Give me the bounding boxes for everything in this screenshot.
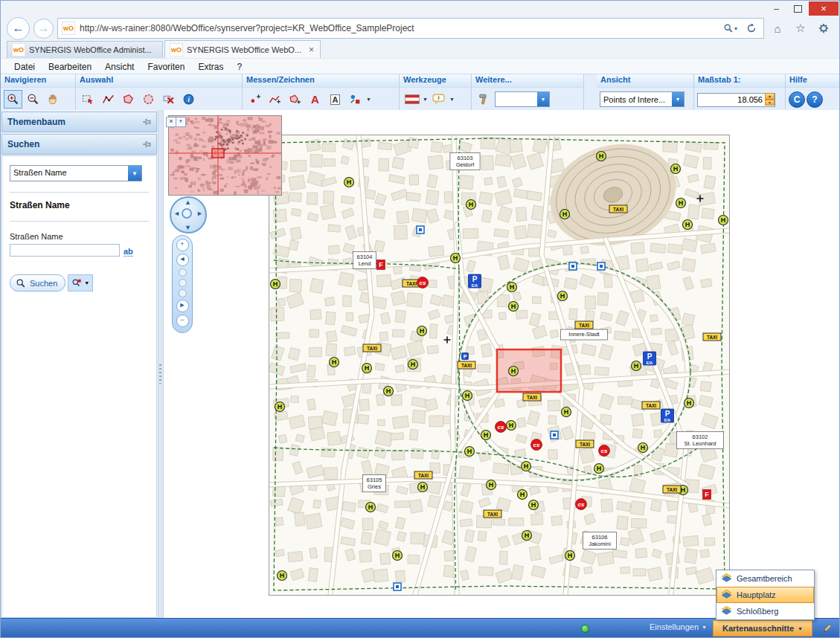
taxi-stand-marker[interactable]: TAXI (414, 471, 432, 479)
scale-spin-down-icon[interactable]: ▼ (765, 100, 775, 106)
pin-icon[interactable] (142, 140, 151, 149)
window-maximize-button[interactable] (787, 1, 809, 16)
draw-text-tool[interactable]: A (306, 90, 324, 109)
weitere-select-arrow-icon[interactable]: ▼ (537, 92, 549, 106)
scale-spin-up-icon[interactable]: ▲ (765, 93, 775, 100)
menu-item-favoriten[interactable]: Favoriten (141, 60, 190, 74)
bus-stop-marker[interactable]: H (463, 391, 472, 401)
blue-poi-marker[interactable] (597, 262, 605, 270)
ansicht-select[interactable]: Points of Intere... ▼ (600, 91, 684, 107)
blue-poi-marker[interactable] (551, 431, 558, 439)
bus-stop-marker[interactable]: H (362, 364, 372, 373)
weitere-tool-select[interactable]: ▼ (495, 91, 550, 107)
measure-coordinate-tool[interactable] (246, 90, 264, 109)
cs-poi-marker[interactable]: cs (531, 439, 542, 451)
select-by-line-tool[interactable] (99, 90, 118, 109)
bus-stop-marker[interactable]: H (671, 164, 681, 174)
settings-gear-button[interactable] (814, 19, 833, 38)
pan-tool[interactable] (44, 90, 62, 109)
zoom-slider-tick[interactable] (179, 268, 187, 277)
select-by-circle-tool[interactable] (139, 90, 158, 109)
themenbaum-panel-header[interactable]: Themenbaum (1, 112, 157, 132)
taxi-stand-marker[interactable]: TAXI (642, 402, 660, 409)
url-text[interactable]: http://w-ws-rainer:8080/WebOffice/synser… (80, 23, 718, 33)
browser-forward-button[interactable]: → (33, 19, 54, 39)
taxi-stand-marker[interactable]: TAXI (523, 393, 541, 401)
menu-item-ansicht[interactable]: Ansicht (99, 60, 140, 74)
bus-stop-marker[interactable]: H (467, 200, 476, 210)
bus-stop-marker[interactable]: H (507, 283, 517, 292)
bus-stop-marker[interactable]: H (565, 551, 575, 561)
parking-marker[interactable]: PE/A (644, 352, 656, 365)
ansicht-select-arrow-icon[interactable]: ▼ (672, 92, 684, 106)
bus-stop-marker[interactable]: H (522, 531, 532, 541)
search-options-button[interactable]: ▼ (68, 274, 93, 291)
taxi-stand-marker[interactable]: TAXI (575, 321, 593, 329)
bus-stop-marker[interactable]: H (384, 387, 394, 396)
overview-close-icon[interactable]: × (166, 117, 176, 127)
bus-stop-marker[interactable]: H (632, 361, 641, 371)
zoom-slider-tick[interactable] (179, 279, 187, 287)
kartenausschnitte-menu-button[interactable]: Kartenausschnitte ▼ (713, 620, 812, 637)
pan-down-icon[interactable]: ▼ (185, 224, 191, 231)
bus-stop-marker[interactable]: H (393, 551, 403, 561)
address-bar[interactable]: wO http://w-ws-rainer:8080/WebOffice/syn… (57, 18, 764, 39)
flag-dropdown-arrow[interactable]: ▼ (423, 97, 428, 102)
search-type-arrow-icon[interactable]: ▼ (128, 166, 141, 181)
clear-selection-tool[interactable] (159, 90, 178, 109)
browser-tab[interactable]: wOSYNERGIS WebOffice WebO...× (164, 40, 321, 58)
bus-stop-marker[interactable]: H (418, 483, 428, 492)
pan-left-icon[interactable]: ◄ (173, 210, 180, 217)
select-by-polygon-tool[interactable] (119, 90, 138, 109)
parking-marker[interactable]: P (462, 353, 469, 360)
bus-stop-marker[interactable]: H (560, 210, 570, 219)
taxi-stand-marker[interactable]: TAXI (458, 361, 475, 369)
pan-center-icon[interactable] (182, 208, 192, 219)
bus-stop-marker[interactable]: H (417, 326, 427, 336)
cs-poi-marker[interactable]: cs (417, 277, 429, 289)
identify-tool[interactable]: i (179, 90, 198, 109)
taxi-stand-marker[interactable]: TAXI (484, 510, 501, 518)
suchen-button[interactable]: Suchen (10, 274, 65, 291)
redlining-dropdown-arrow[interactable]: ▼ (366, 97, 371, 102)
bus-stop-marker[interactable]: H (558, 291, 568, 301)
bus-stop-marker[interactable]: H (529, 500, 539, 510)
bus-stop-marker[interactable]: H (465, 447, 475, 457)
window-close-button[interactable]: × (809, 1, 839, 16)
measure-area-tool[interactable] (286, 90, 304, 109)
redlining-edit-button[interactable] (821, 622, 834, 635)
overview-move-icon[interactable]: + (176, 117, 186, 127)
extent-menu-item[interactable]: Hauptplatz (716, 587, 814, 603)
extent-menu-item[interactable]: Schloßberg (716, 603, 814, 619)
home-button[interactable]: ⌂ (768, 19, 787, 38)
browser-back-button[interactable]: ← (7, 17, 30, 40)
bus-stop-marker[interactable]: H (522, 462, 531, 471)
pan-compass[interactable]: ▲ ▼ ◄ ► (170, 196, 207, 233)
maptip-dropdown-arrow[interactable]: ▼ (449, 97, 455, 102)
cs-poi-marker[interactable]: cs (599, 445, 610, 457)
zoom-widget-page-right-button[interactable]: ► (176, 300, 189, 312)
blue-poi-marker[interactable] (394, 583, 401, 590)
f-poi-marker[interactable]: F (703, 490, 711, 500)
extent-menu-item[interactable]: Gesamtbereich (716, 570, 814, 587)
taxi-stand-marker[interactable]: TAXI (609, 205, 627, 213)
menu-item-bearbeiten[interactable]: Bearbeiten (42, 60, 97, 74)
browser-tab[interactable]: wOSYNERGIS WebOffice Administ... (7, 41, 163, 58)
suchen-panel-header[interactable]: Suchen (1, 134, 157, 155)
bus-stop-marker[interactable]: H (719, 216, 728, 225)
search-type-select[interactable]: Straßen Name ▼ (10, 165, 142, 181)
bus-stop-marker[interactable]: H (562, 407, 571, 417)
bus-stop-marker[interactable]: H (366, 503, 376, 512)
overview-extent-rect[interactable] (212, 149, 224, 158)
select-by-rectangle-tool[interactable] (79, 90, 97, 109)
bus-stop-marker[interactable]: H (487, 480, 496, 490)
splitter-handle[interactable] (159, 364, 161, 384)
einstellungen-menu-button[interactable]: Einstellungen ▼ (650, 622, 707, 631)
blue-poi-marker[interactable] (417, 226, 424, 233)
taxi-stand-marker[interactable]: TAXI (663, 486, 681, 493)
scale-spinner[interactable]: ▲▼ (765, 93, 775, 106)
tab-close-icon[interactable]: × (307, 45, 315, 55)
menu-item-[interactable]: ? (231, 60, 248, 74)
bus-stop-marker[interactable]: H (344, 178, 354, 187)
taxi-stand-marker[interactable]: TAXI (576, 440, 594, 448)
